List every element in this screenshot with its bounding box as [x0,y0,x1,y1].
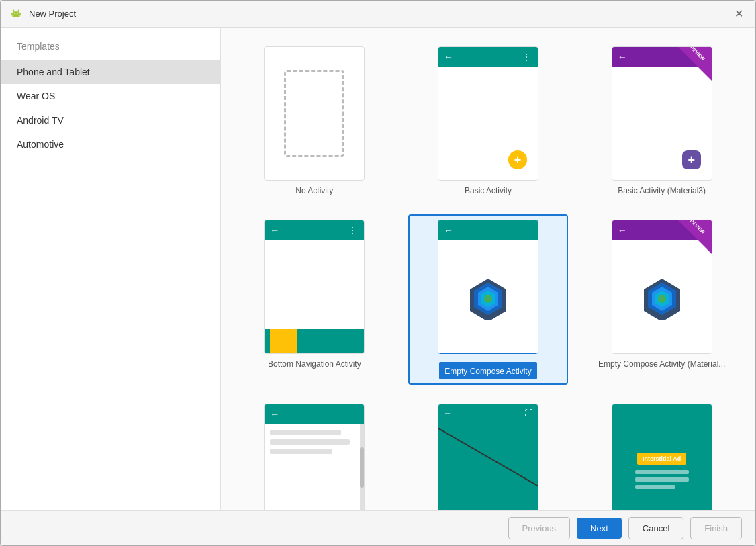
templates-grid: No Activity ← ⋮ + [234,41,742,510]
main-content: Templates Phone and Tablet Wear OS Andro… [1,28,755,510]
android-icon [9,7,23,21]
sidebar-item-wear-os[interactable]: Wear OS [1,84,220,108]
template-preview-basic-material3: ← ⋮ + PREVIEW [612,46,712,181]
toolbar-menu-bn: ⋮ [348,225,359,236]
sidebar-item-android-tv[interactable]: Android TV [1,108,220,132]
svg-line-2 [13,9,14,11]
svg-point-16 [658,295,666,303]
title-bar: New Project ✕ [1,1,755,28]
cancel-button[interactable]: Cancel [628,517,683,539]
sidebar: Templates Phone and Tablet Wear OS Andro… [1,28,221,510]
new-project-window: New Project ✕ Templates Phone and Tablet… [0,0,756,546]
scrollable-body [265,424,364,510]
scrollbar [360,424,364,510]
template-name-empty-compose: Empty Compose Activity [444,367,531,376]
preview-badge-text: PREVIEW [688,46,706,61]
previous-button[interactable]: Previous [508,517,571,539]
template-fullscreen[interactable]: ← ⛶ Fullscreen Activity [408,398,569,510]
dashed-rectangle [284,70,344,157]
template-basic-material3[interactable]: ← ⋮ + PREVIEW Basic Activity (Material3) [581,41,742,201]
template-empty-compose[interactable]: ← [408,214,569,385]
toolbar-back-icon: ← [444,52,453,62]
template-name-basic-material3: Basic Activity (Material3) [618,186,706,195]
svg-point-11 [484,295,492,303]
template-interstitial[interactable]: Interstitial Ad Interstitial Ad Activity [581,398,742,510]
scrollbar-thumb [360,447,364,488]
close-button[interactable]: ✕ [730,6,747,22]
fab-icon: + [508,150,527,169]
svg-rect-4 [13,15,20,17]
template-preview-scrollable: ← [264,404,365,510]
svg-rect-5 [11,12,13,15]
sidebar-header: Templates [1,28,220,60]
template-scrollable[interactable]: ← [234,398,395,510]
template-preview-fullscreen: ← ⛶ [438,404,538,510]
sidebar-item-automotive[interactable]: Automotive [1,132,220,156]
template-name-no-activity: No Activity [295,186,333,195]
toolbar-back-icon-m3: ← [618,52,627,62]
window-title: New Project [29,9,76,19]
toolbar-back-ec: ← [444,225,453,236]
compose-logo [465,273,512,320]
template-name-bottom-nav: Bottom Navigation Activity [268,359,361,369]
template-preview-interstitial: Interstitial Ad [612,404,712,510]
compose-logo-m [639,273,686,320]
toolbar-menu-icon: ⋮ [522,52,532,62]
preview-badge-text-ecm: PREVIEW [688,220,706,234]
android-logo-container [438,240,538,353]
interstitial-ad-label: Interstitial Ad [637,453,686,465]
toolbar-back-sc: ← [270,409,279,420]
bottom-bar: Previous Next Cancel Finish [1,510,755,545]
fullscreen-back-icon: ← [444,408,452,418]
template-name-empty-compose-material: Empty Compose Activity (Material... [598,359,725,369]
svg-point-1 [17,13,18,13]
android-logo-container-m [612,240,712,353]
toolbar-back-bn: ← [270,225,279,236]
svg-point-0 [14,13,15,13]
bottom-nav-bar [265,329,364,353]
template-preview-empty-compose-material: ← [612,220,712,354]
next-button[interactable]: Next [577,518,622,539]
template-no-activity[interactable]: No Activity [234,41,395,201]
svg-line-3 [18,9,19,11]
template-basic-activity[interactable]: ← ⋮ + Basic Activity [408,41,569,201]
template-preview-no-activity [264,46,365,181]
preview-badge-ecm: PREVIEW [678,220,712,254]
template-name-basic-activity: Basic Activity [465,186,512,195]
toolbar-back-ecm: ← [618,225,627,236]
sidebar-item-phone-tablet[interactable]: Phone and Tablet [1,60,220,84]
preview-badge: PREVIEW [678,47,712,81]
templates-content-area: No Activity ← ⋮ + [221,28,755,510]
template-preview-basic-activity: ← ⋮ + [438,46,538,181]
template-bottom-nav[interactable]: ← ⋮ Bottom Navigation Activity [234,214,395,385]
title-bar-left: New Project [9,7,76,21]
svg-rect-6 [19,12,21,15]
template-preview-bottom-nav: ← ⋮ [264,220,365,354]
fab-m3-icon: + [682,150,701,169]
fullscreen-expand-icon: ⛶ [524,408,532,418]
finish-button[interactable]: Finish [690,517,742,539]
template-empty-compose-material[interactable]: ← [581,214,742,385]
template-preview-empty-compose: ← [438,220,538,354]
